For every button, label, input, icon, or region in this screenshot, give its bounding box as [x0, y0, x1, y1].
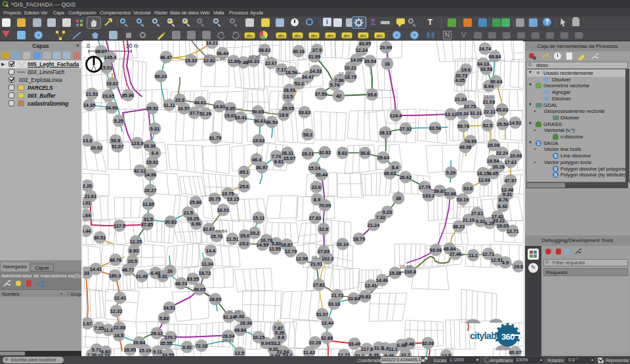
svg-text:26.36: 26.36	[240, 320, 253, 326]
svg-text:20.84: 20.84	[133, 340, 146, 346]
svg-text:10.22: 10.22	[345, 65, 357, 71]
svg-text:11.55: 11.55	[269, 246, 281, 252]
svg-text:27.83: 27.83	[309, 215, 322, 221]
svg-text:25.76: 25.76	[211, 233, 223, 239]
svg-text:53.2: 53.2	[271, 340, 280, 346]
svg-text:34.99: 34.99	[106, 105, 118, 111]
svg-text:38.62: 38.62	[259, 47, 271, 53]
svg-text:46.4: 46.4	[252, 157, 262, 163]
svg-text:32.88: 32.88	[321, 335, 333, 341]
svg-text:22.75: 22.75	[464, 104, 476, 110]
svg-text:19.9: 19.9	[279, 112, 288, 118]
svg-text:10.15: 10.15	[253, 334, 265, 340]
svg-text:25.05: 25.05	[282, 106, 295, 111]
svg-text:35.6: 35.6	[240, 233, 249, 239]
svg-text:59.76: 59.76	[457, 123, 470, 129]
svg-text:38.23: 38.23	[453, 224, 465, 230]
svg-text:12.5: 12.5	[235, 350, 244, 356]
svg-text:49.98: 49.98	[459, 144, 472, 150]
svg-text:28.21: 28.21	[302, 151, 314, 157]
svg-text:72.18: 72.18	[196, 343, 208, 349]
svg-text:21.53: 21.53	[86, 91, 98, 97]
svg-text:95.96: 95.96	[122, 92, 135, 98]
svg-text:50.9: 50.9	[111, 138, 120, 144]
svg-text:170.7: 170.7	[165, 334, 177, 340]
svg-text:110.8: 110.8	[404, 269, 416, 275]
svg-text:52.5: 52.5	[483, 123, 492, 129]
svg-text:48.77: 48.77	[122, 267, 135, 273]
svg-text:13.71: 13.71	[507, 228, 519, 234]
svg-text:11.11: 11.11	[163, 102, 175, 108]
svg-text:12.24: 12.24	[356, 47, 368, 53]
svg-text:21.49: 21.49	[136, 273, 148, 279]
svg-text:8.93: 8.93	[129, 248, 138, 254]
svg-text:9.8: 9.8	[278, 334, 284, 340]
svg-text:35.52: 35.52	[146, 106, 159, 111]
svg-text:33.58: 33.58	[480, 66, 493, 72]
svg-text:124.4: 124.4	[390, 113, 402, 119]
svg-text:8.76: 8.76	[499, 197, 508, 203]
svg-text:93.06: 93.06	[430, 247, 442, 253]
svg-text:4.9: 4.9	[502, 260, 509, 266]
svg-text:30 m: 30 m	[126, 43, 138, 49]
svg-text:1.67: 1.67	[83, 321, 92, 327]
svg-text:21.61: 21.61	[85, 193, 97, 199]
svg-text:13.3: 13.3	[83, 138, 92, 144]
svg-text:32.08: 32.08	[422, 340, 434, 346]
svg-text:27.61: 27.61	[471, 211, 484, 216]
svg-text:45.1: 45.1	[240, 169, 249, 175]
svg-text:5.83: 5.83	[159, 315, 169, 321]
svg-text:16.15: 16.15	[477, 171, 490, 176]
svg-text:51.07: 51.07	[112, 144, 124, 150]
svg-text:21.5: 21.5	[184, 210, 193, 216]
svg-text:13.15: 13.15	[227, 196, 240, 202]
svg-text:11.1: 11.1	[469, 253, 478, 258]
svg-text:21.34: 21.34	[455, 96, 467, 102]
svg-text:16.5: 16.5	[114, 333, 123, 338]
svg-text:27.46: 27.46	[450, 251, 462, 257]
svg-text:5.25: 5.25	[114, 118, 123, 124]
svg-text:22.24: 22.24	[496, 150, 509, 156]
svg-text:32.82: 32.82	[319, 150, 331, 155]
svg-text:10.78: 10.78	[261, 237, 273, 243]
svg-text:9.31: 9.31	[150, 126, 159, 132]
svg-text:30.16: 30.16	[293, 49, 305, 54]
svg-text:9.48: 9.48	[405, 341, 414, 347]
svg-text:14.21: 14.21	[206, 41, 219, 46]
svg-text:18.87: 18.87	[281, 242, 293, 248]
svg-text:15.07: 15.07	[284, 155, 296, 161]
svg-text:33.8: 33.8	[463, 186, 472, 192]
svg-text:20.82: 20.82	[165, 219, 177, 225]
svg-text:12.66: 12.66	[478, 177, 491, 183]
svg-text:36.97: 36.97	[256, 165, 268, 171]
svg-text:32.31: 32.31	[470, 110, 482, 116]
svg-text:31.24: 31.24	[223, 314, 236, 320]
svg-text:33.49: 33.49	[348, 341, 361, 347]
svg-text:22.11: 22.11	[484, 109, 495, 115]
svg-text:6.29: 6.29	[485, 220, 494, 226]
svg-text:39.2: 39.2	[250, 230, 259, 236]
svg-text:6.01: 6.01	[83, 200, 91, 206]
svg-text:6.5: 6.5	[302, 80, 308, 86]
svg-text:39.8: 39.8	[368, 92, 377, 98]
svg-text:180.3: 180.3	[109, 273, 121, 279]
svg-text:42: 42	[336, 93, 341, 99]
svg-text:15.33: 15.33	[185, 58, 198, 64]
svg-text:34.51: 34.51	[163, 305, 176, 311]
svg-text:10.63: 10.63	[400, 264, 412, 270]
svg-text:6.96: 6.96	[192, 221, 201, 227]
svg-text:8.9: 8.9	[314, 197, 320, 203]
svg-text:12.44: 12.44	[322, 320, 334, 326]
svg-text:29.2: 29.2	[240, 241, 249, 247]
svg-text:28.95: 28.95	[124, 347, 136, 353]
svg-text:22.6: 22.6	[312, 184, 321, 190]
svg-text:14.35: 14.35	[83, 102, 96, 108]
svg-text:21.91: 21.91	[310, 261, 323, 267]
svg-text:50.65: 50.65	[252, 109, 264, 115]
svg-text:19.34: 19.34	[457, 111, 469, 117]
svg-text:12.51: 12.51	[491, 257, 503, 263]
svg-text:17.79: 17.79	[419, 184, 431, 190]
svg-text:31.99: 31.99	[308, 54, 321, 60]
svg-text:8.62: 8.62	[338, 150, 347, 156]
svg-text:8.65: 8.65	[489, 171, 498, 176]
